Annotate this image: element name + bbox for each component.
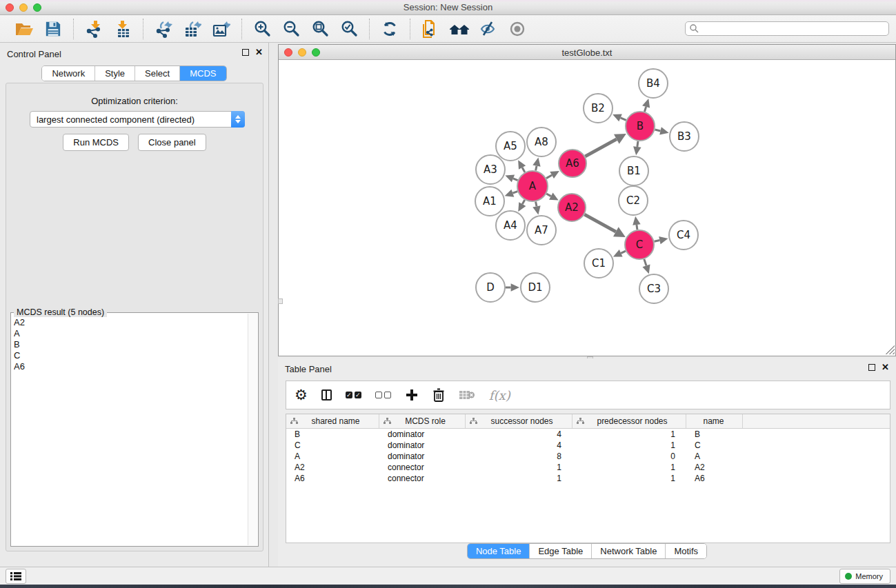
result-scrollbar[interactable] [248,314,257,545]
mcds-result-item[interactable]: A [14,328,247,339]
open-session-button[interactable] [13,18,35,40]
export-image-button[interactable] [210,18,232,40]
table-cell[interactable]: 1 [573,473,686,484]
zoom-fit-button[interactable] [309,18,331,40]
add-button[interactable] [405,386,419,404]
graph-edge-A-A4[interactable] [522,200,524,204]
graph-edge-B-B2[interactable] [621,118,626,120]
table-row[interactable]: A2connector11A2 [286,462,890,473]
search-input[interactable] [685,21,889,36]
table-cell[interactable]: C [286,440,379,451]
graph-edge-A-A6[interactable] [546,175,552,179]
delete-rows-button[interactable] [432,386,445,404]
graph-edge-B-B3[interactable] [655,130,660,131]
table-cell[interactable]: 1 [466,473,573,484]
table-cell[interactable]: 1 [573,462,686,473]
graph-edge-B-B1[interactable] [637,141,638,147]
network-canvas[interactable]: AA1A2A3A4A5A6A7A8BB1B2B3B4CC1C2C3C4DD1 [279,60,895,355]
export-network-button[interactable] [152,18,175,40]
graph-edge-C-C2[interactable] [637,225,637,230]
show-graphics-details-button[interactable] [506,18,528,40]
memory-button[interactable]: Memory [839,569,890,584]
table-cell[interactable]: 8 [466,451,573,462]
table-cell[interactable]: B [286,429,379,440]
table-row[interactable]: Adominator80A [286,451,890,462]
graph-edge-A2-C[interactable] [584,214,615,232]
graph-edge-A-A8[interactable] [536,166,537,171]
table-cell[interactable]: A6 [286,473,379,484]
network-document-button[interactable] [419,18,441,40]
tab-edge-table[interactable]: Edge Table [530,544,592,558]
graph-edge-C-C1[interactable] [621,251,626,253]
table-row[interactable]: Cdominator41C [286,440,890,451]
table-cell[interactable]: dominator [379,429,466,440]
close-table-panel-icon[interactable]: ✕ [882,364,889,371]
task-history-button[interactable] [6,569,26,584]
table-cell[interactable]: connector [379,462,466,473]
import-network-button[interactable] [83,18,105,40]
table-cell[interactable]: A2 [686,462,743,473]
table-row[interactable]: Bdominator41B [286,429,890,440]
column-header-mcds-role[interactable]: MCDS role [379,414,466,428]
table-cell[interactable]: 0 [573,451,686,462]
column-header-predecessor-nodes[interactable]: predecessor nodes [573,414,686,428]
graph-edge-A-A5[interactable] [522,168,525,172]
zoom-selected-button[interactable] [338,18,360,40]
left-splitter-handle[interactable] [278,298,283,304]
close-panel-button[interactable]: Close panel [138,134,206,151]
show-columns-button[interactable] [321,386,332,404]
mcds-result-item[interactable]: C [14,350,247,361]
home-button[interactable] [448,18,470,40]
table-cell[interactable]: 4 [466,440,573,451]
table-cell[interactable]: connector [379,473,466,484]
graph-edge-A6-B[interactable] [585,139,616,156]
table-cell[interactable]: C [686,440,743,451]
table-cell[interactable]: dominator [379,440,466,451]
mcds-result-item[interactable]: A6 [14,361,247,372]
import-table-button[interactable] [112,18,134,40]
mcds-result-item[interactable]: A2 [14,317,247,328]
deselect-all-button[interactable] [375,386,391,404]
refresh-button[interactable] [379,18,401,40]
table-cell[interactable]: A6 [686,473,743,484]
table-cell[interactable]: 1 [573,429,686,440]
table-row[interactable]: A6connector11A6 [286,473,890,484]
graph-edge-C-C3[interactable] [644,259,646,265]
graph-edge-A-A2[interactable] [546,194,551,196]
float-table-panel-icon[interactable] [868,364,875,371]
table-cell[interactable]: 1 [466,462,573,473]
graph-edge-A-A7[interactable] [536,202,537,207]
mcds-result-item[interactable]: B [14,339,247,350]
window-resize-grip[interactable] [886,345,895,354]
column-header-name[interactable]: name [686,414,743,428]
zoom-in-button[interactable] [251,18,273,40]
zoom-out-button[interactable] [280,18,302,40]
column-header-shared-name[interactable]: shared name [286,414,379,428]
table-cell[interactable]: 4 [466,429,573,440]
table-settings-button[interactable]: ⚙ [295,386,308,404]
run-mcds-button[interactable]: Run MCDS [63,134,129,151]
tab-network-table[interactable]: Network Table [592,544,666,558]
float-panel-icon[interactable] [242,49,249,56]
graph-edge-A-A1[interactable] [512,192,517,193]
table-cell[interactable]: 1 [573,440,686,451]
tab-mcds[interactable]: MCDS [180,66,226,81]
hide-graphics-details-button[interactable] [477,18,499,40]
select-all-button[interactable]: ✓✓ [346,386,361,404]
table-cell[interactable]: A2 [286,462,379,473]
export-table-button[interactable] [181,18,203,40]
graph-edge-B-B4[interactable] [644,107,646,112]
table-cell[interactable]: A [286,451,379,462]
table-cell[interactable]: dominator [379,451,466,462]
tab-select[interactable]: Select [135,66,180,81]
tab-network[interactable]: Network [42,66,95,81]
column-header-successor-nodes[interactable]: successor nodes [466,414,573,428]
table-cell[interactable]: B [686,429,743,440]
tab-motifs[interactable]: Motifs [666,544,706,558]
graph-edge-A-A3[interactable] [513,179,518,181]
tab-node-table[interactable]: Node Table [468,544,530,558]
close-panel-icon[interactable]: ✕ [255,49,263,56]
graph-edge-C-C4[interactable] [654,241,659,242]
table-cell[interactable]: A [686,451,743,462]
criterion-dropdown[interactable]: largest connected component (directed) [30,111,245,128]
